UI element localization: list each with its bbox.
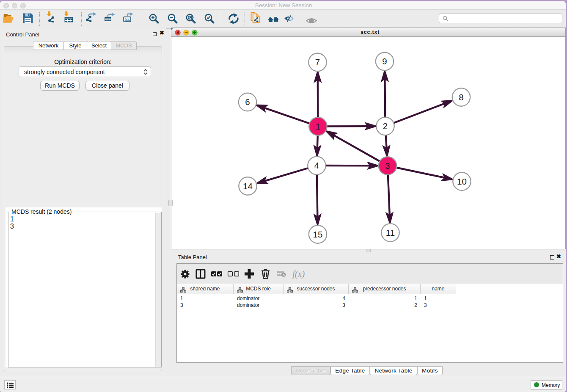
svg-text:4: 4	[314, 160, 319, 170]
svg-text:14: 14	[243, 181, 253, 191]
svg-text:15: 15	[313, 229, 323, 239]
svg-text:2: 2	[383, 121, 388, 131]
svg-text:3: 3	[385, 161, 390, 171]
svg-text:9: 9	[382, 56, 387, 66]
svg-text:8: 8	[459, 92, 463, 102]
svg-text:10: 10	[457, 177, 467, 186]
svg-text:11: 11	[386, 228, 395, 237]
svg-text:6: 6	[245, 97, 250, 107]
svg-text:1: 1	[316, 121, 320, 131]
svg-text:7: 7	[315, 57, 320, 67]
